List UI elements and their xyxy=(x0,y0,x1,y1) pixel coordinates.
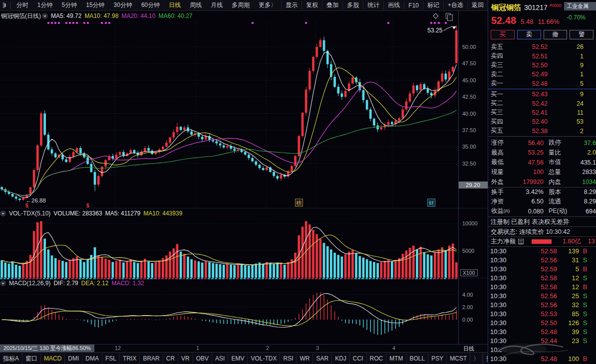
tick-row[interactable]: 10:30 xyxy=(488,346,596,355)
tick-row[interactable]: 10:3052.595B xyxy=(488,265,596,274)
menu-item-分时[interactable]: 分时 xyxy=(12,1,33,9)
volume-pane-header: VOL-TDX(5,10) VOLUME: 283363 MA5: 411279… xyxy=(0,208,488,218)
toolbar-item-SAR[interactable]: SAR xyxy=(313,353,332,364)
tick-row[interactable]: 10:3052.5812B xyxy=(488,283,596,292)
menu-item-周线[interactable]: 周线 xyxy=(185,1,206,9)
trade-button-撤[interactable]: 撤 xyxy=(544,30,568,39)
stat-value: 56.40 xyxy=(514,140,544,147)
tick-row[interactable]: 10:3052.5631S xyxy=(488,256,596,265)
bid-row[interactable]: 买五52.382 xyxy=(488,127,596,136)
menu-item-画线[interactable]: 画线 xyxy=(383,1,404,9)
window-layout-icon[interactable] xyxy=(3,2,4,8)
bid-row[interactable]: 买三52.4111 xyxy=(488,108,596,117)
tick-trade-list[interactable]: 10:3052.58139B10:3052.5631S10:3052.595B1… xyxy=(488,246,596,364)
sector-box[interactable]: 工业金属 -0.70% xyxy=(564,2,596,21)
toolbar-item-ASI[interactable]: ASI xyxy=(212,353,228,364)
toolbar-item-VOL-TDX[interactable]: VOL-TDX xyxy=(248,353,280,364)
ma5-label: MA5: 49.72 xyxy=(51,12,81,19)
toolbar-item-指标A[interactable]: 指标A xyxy=(0,353,22,364)
toolbar-item-DMA[interactable]: DMA xyxy=(82,353,102,364)
toolbar-item-KDJ[interactable]: KDJ xyxy=(332,353,350,364)
chevron-down-icon[interactable] xyxy=(0,280,6,286)
toolbar-item-EMV[interactable]: EMV xyxy=(228,353,248,364)
chevron-down-icon[interactable] xyxy=(42,13,48,19)
signal-dot xyxy=(101,22,103,24)
menu-item-5分钟[interactable]: 5分钟 xyxy=(57,1,82,9)
main-flow-row[interactable]: 主力净额 1.80亿 13 xyxy=(488,236,596,246)
trade-button-卖[interactable]: 卖 xyxy=(517,30,541,39)
toolbar-item-〉[interactable]: 〉 xyxy=(470,353,483,364)
toolbar-item-BOLL[interactable]: BOLL xyxy=(407,353,429,364)
main-candlestick-chart[interactable]: 53.25←26.88$$榜财 xyxy=(0,21,458,208)
stat-value: 1034 xyxy=(573,179,596,185)
macd-chart[interactable] xyxy=(0,288,458,344)
toolbar-item-OBV[interactable]: OBV xyxy=(193,353,212,364)
toolbar-item-TRIX[interactable]: TRIX xyxy=(120,353,140,364)
toolbar-item-MTM[interactable]: MTM xyxy=(386,353,406,364)
ask-row[interactable]: 卖二52.491 xyxy=(488,70,596,79)
bid-row[interactable]: 买二52.4224 xyxy=(488,99,596,108)
menu-item-15分钟[interactable]: 15分钟 xyxy=(81,1,109,9)
ask-row[interactable]: 卖五52.5226 xyxy=(488,42,596,51)
tick-row[interactable]: 10:3052.5625S xyxy=(488,292,596,301)
trade-button-买[interactable]: 买 xyxy=(491,30,515,39)
bid-row[interactable]: 买一52.439 xyxy=(488,90,596,99)
menu-item-更多〉[interactable]: 更多〉 xyxy=(254,1,281,9)
trade-button-警[interactable]: 警 xyxy=(570,30,594,39)
toolbar-item-RSI[interactable]: RSI xyxy=(280,353,297,364)
toolbar-item-MACD[interactable]: MACD xyxy=(41,353,65,364)
signal-dot xyxy=(83,22,85,24)
menu-item-F10[interactable]: F10 xyxy=(404,2,423,9)
menu-item-复权[interactable]: 复权 xyxy=(301,1,322,9)
toolbar-item-MCST[interactable]: MCST xyxy=(447,353,470,364)
price-change-pct: 11.66% xyxy=(538,18,559,25)
bid-row[interactable]: 买四52.4053 xyxy=(488,117,596,126)
chevron-down-icon[interactable] xyxy=(0,210,6,216)
toolbar-item-ROC[interactable]: ROC xyxy=(367,353,387,364)
signal-dot xyxy=(51,22,53,24)
menu-item-标记[interactable]: 标记 xyxy=(423,1,443,9)
ma60-label: MA60: 40.27 xyxy=(158,12,192,19)
menu-item-统计[interactable]: 统计 xyxy=(363,1,383,9)
position-dash xyxy=(326,278,328,279)
tick-row[interactable]: 10:3052.5812S xyxy=(488,274,596,283)
toolbar-item-BRAR[interactable]: BRAR xyxy=(140,353,163,364)
toolbar-item-PSY[interactable]: PSY xyxy=(428,353,447,364)
toolbar-item-FSL[interactable]: FSL xyxy=(102,353,120,364)
menu-item-60分钟[interactable]: 60分钟 xyxy=(137,1,164,9)
copy-window-icon[interactable] xyxy=(446,13,451,19)
toolbar-item-CCI[interactable]: CCI xyxy=(350,353,367,364)
toolbar-item-CR[interactable]: CR xyxy=(163,353,178,364)
menu-item-日线[interactable]: 日线 xyxy=(164,1,185,9)
menu-item-返回[interactable]: 返回 xyxy=(467,1,488,9)
tick-row[interactable]: 10:3052.5385S xyxy=(488,310,596,319)
tick-row[interactable]: 10:3052.5632S xyxy=(488,301,596,310)
toolbar-item-WR[interactable]: WR xyxy=(297,353,313,364)
tick-row[interactable]: 10:3052.4839S xyxy=(488,328,596,337)
menu-item-月线[interactable]: 月线 xyxy=(206,1,227,9)
signal-dot xyxy=(65,22,67,24)
volume-label: VOLUME: 283363 xyxy=(53,210,102,217)
diamond-marker-icon[interactable] xyxy=(433,13,438,18)
volume-chart[interactable] xyxy=(0,218,458,278)
ask-row[interactable]: 卖三52.509 xyxy=(488,61,596,70)
toolbar-item-指标B[interactable]: 指标B xyxy=(483,353,488,364)
menu-item-30分钟[interactable]: 30分钟 xyxy=(109,1,137,9)
toolbar-item-窗口[interactable]: 窗口 xyxy=(22,353,41,364)
macd-tick: 4.00 xyxy=(462,292,473,298)
tick-row[interactable]: 10:3052.48100B xyxy=(488,355,596,364)
tick-row[interactable]: 10:3052.4423S xyxy=(488,337,596,346)
menu-item-显示[interactable]: 显示 xyxy=(281,1,301,9)
menu-item-叠加[interactable]: 叠加 xyxy=(322,1,342,9)
ask-row[interactable]: 卖一52.485 xyxy=(488,79,596,88)
toolbar-item-DMI[interactable]: DMI xyxy=(65,353,82,364)
tick-row[interactable]: 10:3052.58139B xyxy=(488,247,596,256)
menu-item-1分钟[interactable]: 1分钟 xyxy=(33,1,57,9)
tick-row[interactable]: 10:3052.50126S xyxy=(488,319,596,328)
toolbar-item-VR[interactable]: VR xyxy=(178,353,193,364)
menu-item-+自选[interactable]: +自选 xyxy=(443,1,467,9)
ask-row[interactable]: 卖四52.511 xyxy=(488,51,596,60)
menu-item-多周期[interactable]: 多周期 xyxy=(227,1,254,9)
price-tick: 40.00 xyxy=(462,111,476,117)
menu-item-多股[interactable]: 多股 xyxy=(342,1,363,9)
